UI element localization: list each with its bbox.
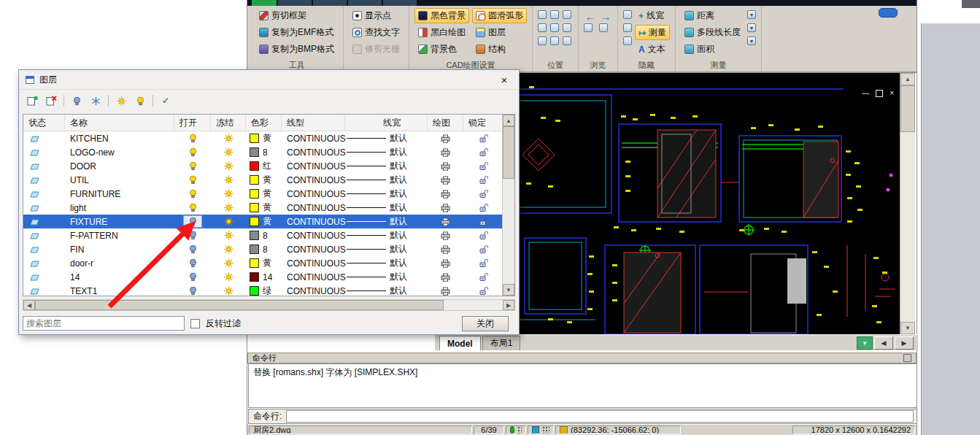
dropdown-icon[interactable]: ▾ <box>747 23 756 32</box>
layer-plot-toggle[interactable] <box>428 145 463 159</box>
position-icon[interactable] <box>538 10 547 19</box>
layer-color-cell[interactable]: 红 <box>246 159 282 173</box>
layer-color-cell[interactable]: 黄 <box>246 131 282 145</box>
tab-model[interactable]: Model <box>439 336 481 350</box>
command-input[interactable] <box>286 410 914 423</box>
layer-row[interactable]: FIXTURE 黄 CONTINUOUS 默认 <box>23 215 514 228</box>
layer-freeze-toggle[interactable] <box>211 228 246 242</box>
clip-frame-button[interactable]: 剪切框架 <box>255 8 338 23</box>
layer-lineweight[interactable]: 默认 <box>345 173 428 187</box>
layer-linetype[interactable]: CONTINUOUS <box>282 187 345 201</box>
column-header-color[interactable]: 色彩 <box>246 115 282 131</box>
pin-icon[interactable] <box>903 354 911 362</box>
copy-emf-button[interactable]: 复制为EMF格式 <box>255 25 338 40</box>
layer-plot-toggle[interactable] <box>428 215 463 228</box>
ribbon-tab[interactable] <box>348 0 382 6</box>
layer-on-toggle[interactable] <box>174 215 211 228</box>
layer-on-toggle[interactable] <box>174 159 211 173</box>
layer-plot-toggle[interactable] <box>428 187 463 201</box>
layer-lineweight[interactable]: 默认 <box>345 187 428 201</box>
layer-lineweight[interactable]: 默认 <box>345 201 428 215</box>
list-horizontal-scrollbar[interactable]: ◀ ▶ <box>23 299 515 311</box>
column-header-status[interactable]: 状态 <box>23 115 65 131</box>
canvas-vertical-scrollbar[interactable]: ▲ ▼ <box>900 73 915 334</box>
layer-plot-toggle[interactable] <box>428 256 463 270</box>
layer-on-toggle[interactable] <box>174 242 211 256</box>
layer-lock-toggle[interactable] <box>463 256 503 270</box>
layer-lock-toggle[interactable] <box>463 242 503 256</box>
layer-row[interactable]: door-r 黄 CONTINUOUS 默认 <box>23 256 514 270</box>
ribbon-tab[interactable] <box>313 0 347 6</box>
layer-lock-toggle[interactable] <box>463 173 503 187</box>
layer-color-cell[interactable]: 14 <box>246 270 282 284</box>
layer-freeze-toggle[interactable] <box>211 256 246 270</box>
layer-lock-toggle[interactable] <box>463 228 503 242</box>
layer-lineweight[interactable]: 默认 <box>345 228 428 242</box>
layer-linetype[interactable]: CONTINUOUS <box>282 256 345 270</box>
layer-lock-toggle[interactable] <box>463 187 503 201</box>
layer-on-button[interactable] <box>134 95 147 107</box>
command-panel-header[interactable]: 命令行 <box>247 353 917 363</box>
background-color-button[interactable]: 背景色 <box>414 42 469 57</box>
layer-row[interactable]: 14 14 CONTINUOUS 默认 <box>23 270 514 284</box>
status-osnap-indicator[interactable] <box>506 426 526 434</box>
layer-color-cell[interactable]: 绿 <box>246 284 282 296</box>
refresh-icon[interactable] <box>584 23 593 32</box>
new-layer-button[interactable] <box>26 95 39 107</box>
layer-lock-toggle[interactable] <box>463 284 503 296</box>
command-history[interactable]: 替换 [romans.shx] 字体为 [SIMPLEX.SHX] <box>248 363 917 408</box>
layer-on-toggle[interactable] <box>174 201 211 215</box>
column-header-lineweight[interactable]: 线宽 <box>345 115 428 131</box>
layer-plot-toggle[interactable] <box>428 131 463 145</box>
layer-color-cell[interactable]: 黄 <box>246 187 282 201</box>
scrollbar-track[interactable] <box>900 132 915 322</box>
zoom-in-icon[interactable] <box>563 10 571 19</box>
layer-freeze-toggle[interactable] <box>211 173 246 187</box>
text-button[interactable]: A文本 <box>635 42 670 57</box>
titlebar-pill[interactable] <box>879 8 898 18</box>
layer-linetype[interactable]: CONTINUOUS <box>282 173 345 187</box>
position-icon[interactable] <box>538 36 547 45</box>
layer-color-cell[interactable]: 黄 <box>246 201 282 215</box>
layer-on-toggle[interactable] <box>174 284 211 296</box>
layer-color-cell[interactable]: 8 <box>246 242 282 256</box>
layer-row[interactable]: FIN 8 CONTINUOUS 默认 <box>23 242 514 256</box>
status-grid-indicator[interactable] <box>528 426 554 434</box>
layer-on-toggle[interactable] <box>174 145 211 159</box>
layer-lock-toggle[interactable] <box>463 201 503 215</box>
ribbon-tab[interactable] <box>278 0 312 6</box>
layer-row[interactable]: LOGO-new 8 CONTINUOUS 默认 <box>23 145 514 159</box>
layer-linetype[interactable]: CONTINUOUS <box>282 270 345 284</box>
layer-color-cell[interactable]: 8 <box>246 228 282 242</box>
layer-freeze-toggle[interactable] <box>211 284 246 296</box>
layer-on-toggle[interactable] <box>174 173 211 187</box>
layer-freeze-toggle[interactable] <box>211 242 246 256</box>
layer-color-cell[interactable]: 黄 <box>246 215 282 228</box>
list-vertical-scrollbar[interactable]: ▲ ▼ <box>502 115 514 296</box>
dropdown-icon[interactable]: ▾ <box>747 36 756 45</box>
layer-lineweight[interactable]: 默认 <box>345 131 428 145</box>
layer-freeze-toggle[interactable] <box>211 145 246 159</box>
position-icon[interactable] <box>550 10 559 19</box>
layer-plot-toggle[interactable] <box>428 284 463 296</box>
layer-row[interactable]: DOOR 红 CONTINUOUS 默认 <box>23 159 514 173</box>
column-header-lock[interactable]: 锁定 <box>463 115 503 131</box>
pan-icon[interactable] <box>550 36 559 45</box>
layer-lineweight[interactable]: 默认 <box>345 242 428 256</box>
layer-linetype[interactable]: CONTINUOUS <box>282 284 345 296</box>
layer-on-toggle[interactable] <box>174 270 211 284</box>
ribbon-tab[interactable] <box>383 0 417 6</box>
layer-row[interactable]: F-PATTERN 8 CONTINUOUS 默认 <box>23 228 514 242</box>
layer-lineweight[interactable]: 默认 <box>345 270 428 284</box>
layer-linetype[interactable]: CONTINUOUS <box>282 242 345 256</box>
layer-freeze-toggle[interactable] <box>211 159 246 173</box>
scroll-up-icon[interactable]: ▲ <box>900 73 915 85</box>
dropdown-icon[interactable]: ▾ <box>747 10 756 19</box>
layer-lock-toggle[interactable] <box>463 159 503 173</box>
isolate-icon[interactable] <box>623 23 632 32</box>
invert-filter-checkbox[interactable] <box>190 319 200 328</box>
layer-row[interactable]: KITCHEN 黄 CONTINUOUS 默认 <box>23 131 514 145</box>
position-icon[interactable] <box>538 23 547 32</box>
copy-bmp-button[interactable]: 复制为BMP格式 <box>255 42 338 57</box>
find-text-button[interactable]: 查找文字 <box>349 25 404 40</box>
